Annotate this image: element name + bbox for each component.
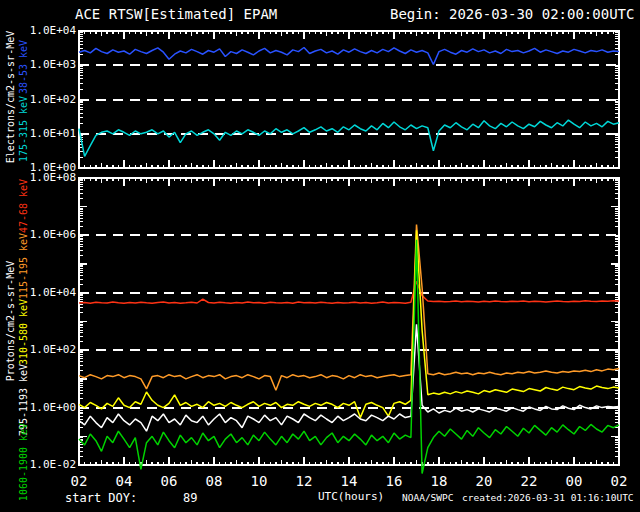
chart-canvas xyxy=(0,0,640,512)
x-tick-label: 20 xyxy=(474,474,494,488)
begin-timestamp: Begin: 2026-03-30 02:00:00UTC xyxy=(390,7,634,21)
x-tick-label: 14 xyxy=(339,474,359,488)
x-tick-label: 00 xyxy=(564,474,584,488)
trace-115-195-kev xyxy=(79,225,619,391)
y-tick-label: 1.0E+08 xyxy=(28,172,76,183)
y-tick-label: 1.0E+04 xyxy=(28,287,76,298)
y-tick-label: 1.0E+03 xyxy=(28,59,76,70)
y-tick-label: 1.0E-02 xyxy=(28,459,76,470)
start-doy-value: 89 xyxy=(183,492,197,504)
x-tick-label: 22 xyxy=(519,474,539,488)
epam-plot: ACE RTSW[Estimated] EPAM Begin: 2026-03-… xyxy=(0,0,640,512)
x-tick-label: 02 xyxy=(609,474,629,488)
x-tick-label: 10 xyxy=(249,474,269,488)
page-title: ACE RTSW[Estimated] EPAM xyxy=(75,7,277,21)
x-tick-label: 16 xyxy=(384,474,404,488)
y-tick-label: 1.0E+00 xyxy=(28,402,76,413)
trace-795-1193-kev xyxy=(79,324,619,431)
electrons-axis-label: Electrons/cm2-s-sr-MeV xyxy=(6,31,16,163)
x-axis-title: UTC(hours) xyxy=(318,491,384,502)
created-timestamp: created:2026-03-31 01:16:10UTC xyxy=(462,493,634,503)
protons-axis-label: Protons/cm2-s-sr-MeV xyxy=(6,261,16,381)
x-tick-label: 02 xyxy=(69,474,89,488)
y-tick-label: 1.0E+04 xyxy=(28,25,76,36)
x-tick-label: 04 xyxy=(114,474,134,488)
trace-38-53-kev xyxy=(79,48,619,65)
start-doy-label: start DOY: xyxy=(65,492,137,504)
credit-noaa-swpc: NOAA/SWPC xyxy=(402,493,453,503)
trace-1060-1900-kev xyxy=(79,240,619,474)
y-tick-label: 1.0E+02 xyxy=(28,344,76,355)
x-tick-label: 18 xyxy=(429,474,449,488)
legend-protons-47-68kev: 47-68 keV xyxy=(19,179,29,233)
x-tick-label: 06 xyxy=(159,474,179,488)
x-tick-label: 12 xyxy=(294,474,314,488)
y-tick-label: 1.0E+02 xyxy=(28,94,76,105)
y-tick-label: 1.0E+06 xyxy=(28,229,76,240)
x-tick-label: 08 xyxy=(204,474,224,488)
trace-310-580-kev xyxy=(79,230,619,417)
trace-175-315-kev xyxy=(79,120,619,156)
protons-panel-border xyxy=(79,178,619,465)
y-tick-label: 1.0E+01 xyxy=(28,128,76,139)
